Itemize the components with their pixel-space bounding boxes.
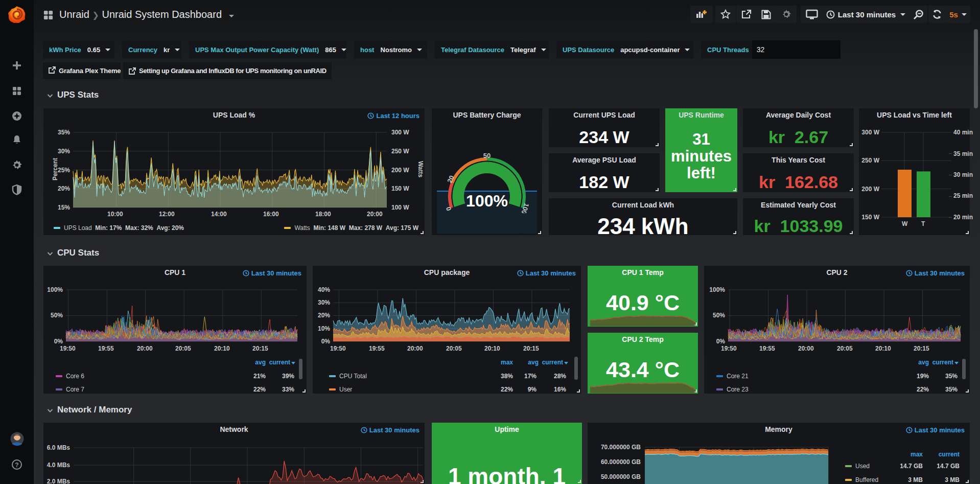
svg-text:50: 50 xyxy=(483,152,491,159)
svg-text:?: ? xyxy=(15,462,18,469)
